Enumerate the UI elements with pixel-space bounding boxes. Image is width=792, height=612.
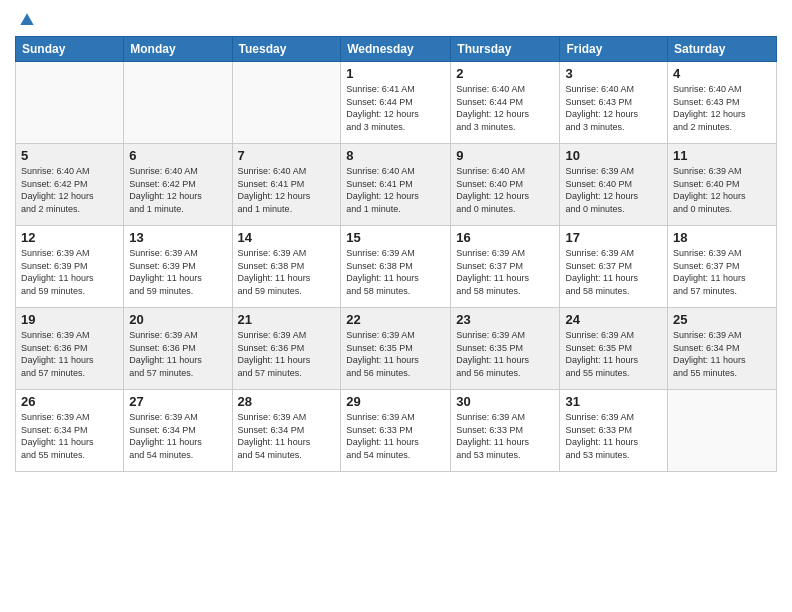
day-number: 3 bbox=[565, 66, 662, 81]
day-number: 13 bbox=[129, 230, 226, 245]
cell-info: Sunrise: 6:39 AMSunset: 6:34 PMDaylight:… bbox=[238, 411, 336, 461]
day-number: 12 bbox=[21, 230, 118, 245]
cell-info: Sunrise: 6:39 AMSunset: 6:40 PMDaylight:… bbox=[673, 165, 771, 215]
cell-info: Sunrise: 6:40 AMSunset: 6:44 PMDaylight:… bbox=[456, 83, 554, 133]
cell-info: Sunrise: 6:39 AMSunset: 6:33 PMDaylight:… bbox=[565, 411, 662, 461]
day-number: 15 bbox=[346, 230, 445, 245]
calendar-cell: 20Sunrise: 6:39 AMSunset: 6:36 PMDayligh… bbox=[124, 308, 232, 390]
cell-info: Sunrise: 6:39 AMSunset: 6:40 PMDaylight:… bbox=[565, 165, 662, 215]
page-header bbox=[15, 10, 777, 28]
day-number: 26 bbox=[21, 394, 118, 409]
calendar-cell: 29Sunrise: 6:39 AMSunset: 6:33 PMDayligh… bbox=[341, 390, 451, 472]
calendar-cell: 4Sunrise: 6:40 AMSunset: 6:43 PMDaylight… bbox=[668, 62, 777, 144]
day-number: 30 bbox=[456, 394, 554, 409]
cell-info: Sunrise: 6:40 AMSunset: 6:43 PMDaylight:… bbox=[565, 83, 662, 133]
calendar-cell bbox=[124, 62, 232, 144]
cell-info: Sunrise: 6:39 AMSunset: 6:36 PMDaylight:… bbox=[129, 329, 226, 379]
calendar-cell: 16Sunrise: 6:39 AMSunset: 6:37 PMDayligh… bbox=[451, 226, 560, 308]
cell-info: Sunrise: 6:40 AMSunset: 6:41 PMDaylight:… bbox=[346, 165, 445, 215]
calendar-cell: 3Sunrise: 6:40 AMSunset: 6:43 PMDaylight… bbox=[560, 62, 668, 144]
week-row-3: 12Sunrise: 6:39 AMSunset: 6:39 PMDayligh… bbox=[16, 226, 777, 308]
calendar-cell: 2Sunrise: 6:40 AMSunset: 6:44 PMDaylight… bbox=[451, 62, 560, 144]
cell-info: Sunrise: 6:39 AMSunset: 6:33 PMDaylight:… bbox=[456, 411, 554, 461]
col-header-monday: Monday bbox=[124, 37, 232, 62]
day-number: 31 bbox=[565, 394, 662, 409]
calendar-cell bbox=[668, 390, 777, 472]
day-number: 21 bbox=[238, 312, 336, 327]
cell-info: Sunrise: 6:39 AMSunset: 6:35 PMDaylight:… bbox=[346, 329, 445, 379]
cell-info: Sunrise: 6:39 AMSunset: 6:38 PMDaylight:… bbox=[238, 247, 336, 297]
cell-info: Sunrise: 6:39 AMSunset: 6:37 PMDaylight:… bbox=[673, 247, 771, 297]
calendar-cell: 21Sunrise: 6:39 AMSunset: 6:36 PMDayligh… bbox=[232, 308, 341, 390]
col-header-friday: Friday bbox=[560, 37, 668, 62]
day-number: 4 bbox=[673, 66, 771, 81]
week-row-4: 19Sunrise: 6:39 AMSunset: 6:36 PMDayligh… bbox=[16, 308, 777, 390]
cell-info: Sunrise: 6:40 AMSunset: 6:41 PMDaylight:… bbox=[238, 165, 336, 215]
calendar-cell: 8Sunrise: 6:40 AMSunset: 6:41 PMDaylight… bbox=[341, 144, 451, 226]
week-row-2: 5Sunrise: 6:40 AMSunset: 6:42 PMDaylight… bbox=[16, 144, 777, 226]
calendar-page: SundayMondayTuesdayWednesdayThursdayFrid… bbox=[0, 0, 792, 612]
week-row-1: 1Sunrise: 6:41 AMSunset: 6:44 PMDaylight… bbox=[16, 62, 777, 144]
day-number: 9 bbox=[456, 148, 554, 163]
calendar-table: SundayMondayTuesdayWednesdayThursdayFrid… bbox=[15, 36, 777, 472]
day-number: 2 bbox=[456, 66, 554, 81]
calendar-cell: 13Sunrise: 6:39 AMSunset: 6:39 PMDayligh… bbox=[124, 226, 232, 308]
cell-info: Sunrise: 6:39 AMSunset: 6:34 PMDaylight:… bbox=[129, 411, 226, 461]
calendar-cell: 25Sunrise: 6:39 AMSunset: 6:34 PMDayligh… bbox=[668, 308, 777, 390]
cell-info: Sunrise: 6:39 AMSunset: 6:36 PMDaylight:… bbox=[238, 329, 336, 379]
col-header-sunday: Sunday bbox=[16, 37, 124, 62]
day-number: 6 bbox=[129, 148, 226, 163]
cell-info: Sunrise: 6:40 AMSunset: 6:42 PMDaylight:… bbox=[129, 165, 226, 215]
calendar-cell bbox=[16, 62, 124, 144]
day-number: 27 bbox=[129, 394, 226, 409]
cell-info: Sunrise: 6:39 AMSunset: 6:34 PMDaylight:… bbox=[21, 411, 118, 461]
calendar-cell: 28Sunrise: 6:39 AMSunset: 6:34 PMDayligh… bbox=[232, 390, 341, 472]
col-header-thursday: Thursday bbox=[451, 37, 560, 62]
svg-marker-0 bbox=[20, 14, 33, 26]
cell-info: Sunrise: 6:39 AMSunset: 6:37 PMDaylight:… bbox=[456, 247, 554, 297]
calendar-cell: 22Sunrise: 6:39 AMSunset: 6:35 PMDayligh… bbox=[341, 308, 451, 390]
day-number: 28 bbox=[238, 394, 336, 409]
day-number: 11 bbox=[673, 148, 771, 163]
calendar-cell: 27Sunrise: 6:39 AMSunset: 6:34 PMDayligh… bbox=[124, 390, 232, 472]
day-number: 24 bbox=[565, 312, 662, 327]
day-number: 17 bbox=[565, 230, 662, 245]
cell-info: Sunrise: 6:39 AMSunset: 6:33 PMDaylight:… bbox=[346, 411, 445, 461]
cell-info: Sunrise: 6:39 AMSunset: 6:37 PMDaylight:… bbox=[565, 247, 662, 297]
day-number: 19 bbox=[21, 312, 118, 327]
calendar-header-row: SundayMondayTuesdayWednesdayThursdayFrid… bbox=[16, 37, 777, 62]
calendar-cell: 26Sunrise: 6:39 AMSunset: 6:34 PMDayligh… bbox=[16, 390, 124, 472]
day-number: 22 bbox=[346, 312, 445, 327]
cell-info: Sunrise: 6:39 AMSunset: 6:39 PMDaylight:… bbox=[129, 247, 226, 297]
cell-info: Sunrise: 6:40 AMSunset: 6:42 PMDaylight:… bbox=[21, 165, 118, 215]
logo bbox=[15, 10, 37, 28]
calendar-cell: 7Sunrise: 6:40 AMSunset: 6:41 PMDaylight… bbox=[232, 144, 341, 226]
day-number: 5 bbox=[21, 148, 118, 163]
day-number: 10 bbox=[565, 148, 662, 163]
calendar-cell: 9Sunrise: 6:40 AMSunset: 6:40 PMDaylight… bbox=[451, 144, 560, 226]
cell-info: Sunrise: 6:40 AMSunset: 6:40 PMDaylight:… bbox=[456, 165, 554, 215]
day-number: 7 bbox=[238, 148, 336, 163]
day-number: 23 bbox=[456, 312, 554, 327]
calendar-cell: 19Sunrise: 6:39 AMSunset: 6:36 PMDayligh… bbox=[16, 308, 124, 390]
calendar-cell bbox=[232, 62, 341, 144]
calendar-cell: 6Sunrise: 6:40 AMSunset: 6:42 PMDaylight… bbox=[124, 144, 232, 226]
calendar-cell: 18Sunrise: 6:39 AMSunset: 6:37 PMDayligh… bbox=[668, 226, 777, 308]
col-header-saturday: Saturday bbox=[668, 37, 777, 62]
week-row-5: 26Sunrise: 6:39 AMSunset: 6:34 PMDayligh… bbox=[16, 390, 777, 472]
day-number: 29 bbox=[346, 394, 445, 409]
cell-info: Sunrise: 6:41 AMSunset: 6:44 PMDaylight:… bbox=[346, 83, 445, 133]
cell-info: Sunrise: 6:39 AMSunset: 6:39 PMDaylight:… bbox=[21, 247, 118, 297]
calendar-cell: 14Sunrise: 6:39 AMSunset: 6:38 PMDayligh… bbox=[232, 226, 341, 308]
cell-info: Sunrise: 6:39 AMSunset: 6:35 PMDaylight:… bbox=[456, 329, 554, 379]
calendar-cell: 12Sunrise: 6:39 AMSunset: 6:39 PMDayligh… bbox=[16, 226, 124, 308]
day-number: 1 bbox=[346, 66, 445, 81]
calendar-cell: 15Sunrise: 6:39 AMSunset: 6:38 PMDayligh… bbox=[341, 226, 451, 308]
calendar-cell: 1Sunrise: 6:41 AMSunset: 6:44 PMDaylight… bbox=[341, 62, 451, 144]
logo-text bbox=[15, 10, 37, 30]
cell-info: Sunrise: 6:39 AMSunset: 6:36 PMDaylight:… bbox=[21, 329, 118, 379]
cell-info: Sunrise: 6:40 AMSunset: 6:43 PMDaylight:… bbox=[673, 83, 771, 133]
col-header-tuesday: Tuesday bbox=[232, 37, 341, 62]
calendar-cell: 11Sunrise: 6:39 AMSunset: 6:40 PMDayligh… bbox=[668, 144, 777, 226]
cell-info: Sunrise: 6:39 AMSunset: 6:34 PMDaylight:… bbox=[673, 329, 771, 379]
